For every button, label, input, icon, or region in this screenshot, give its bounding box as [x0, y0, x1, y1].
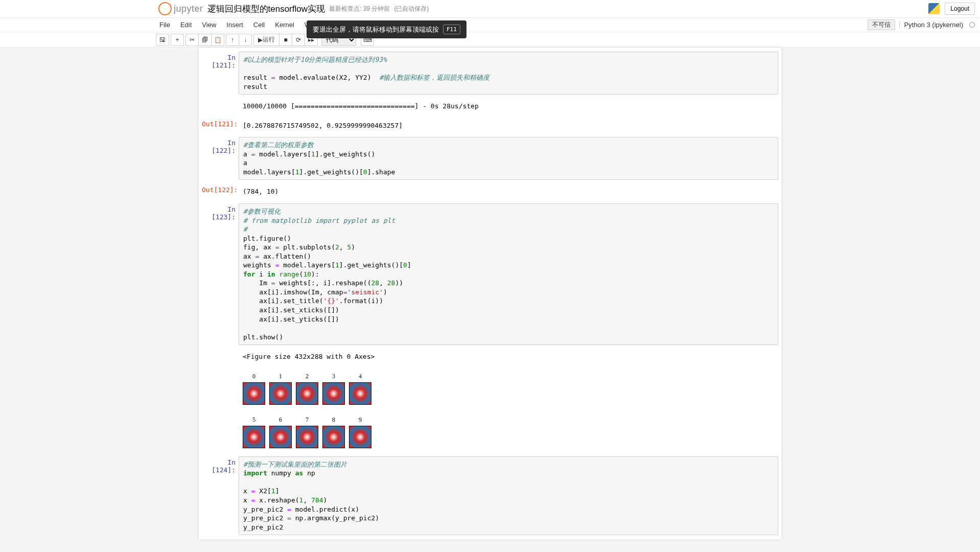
menu-cell[interactable]: Cell — [248, 20, 270, 30]
logo-text: jupyter — [174, 4, 203, 14]
plot-image — [349, 426, 371, 448]
notebook-title[interactable]: 逻辑回归模型的tensorflow实现 — [207, 3, 325, 15]
move-down-button[interactable]: ↓ — [239, 34, 252, 46]
toolbar: 🖫 + ✂ 🗐 📋 ↑ ↓ ▶ 运行 ■ ⟳ ▸▸ 代码 ⌨ — [0, 32, 980, 48]
add-cell-button[interactable]: + — [171, 34, 184, 46]
edit-group: ✂ 🗐 📋 — [185, 34, 224, 46]
copy-button[interactable]: 🗐 — [198, 34, 212, 46]
plot-item: 8 — [322, 416, 345, 448]
notebook: In [121]: #以上的模型针对于10分类问题精度已经达到93% resul… — [199, 48, 781, 539]
menubar: File Edit View Insert Cell Kernel Widget… — [0, 18, 980, 32]
menu-file[interactable]: File — [154, 20, 175, 30]
plot-item: 3 — [322, 373, 345, 405]
output-cell: Out[122]: (784, 10) — [199, 182, 781, 201]
menu-insert[interactable]: Insert — [221, 20, 248, 30]
plot-image — [349, 382, 371, 405]
plot-image — [243, 426, 265, 448]
plot-item: 7 — [296, 416, 318, 448]
code-cell[interactable]: In [123]: #参数可视化 # from matplotlib impor… — [199, 201, 781, 347]
code-cell[interactable]: In [121]: #以上的模型针对于10分类问题精度已经达到93% resul… — [199, 50, 781, 97]
run-button[interactable]: ▶ 运行 — [253, 34, 279, 46]
input-prompt: In [124]: — [202, 456, 239, 535]
cut-button[interactable]: ✂ — [185, 34, 199, 46]
cell-content: #参数可视化 # from matplotlib import pyplot a… — [239, 203, 778, 345]
empty-prompt — [202, 349, 239, 364]
kernel-name[interactable]: Python 3 (ipykernel) — [899, 21, 963, 29]
code-input[interactable]: #参数可视化 # from matplotlib import pyplot a… — [239, 203, 778, 345]
fullscreen-tooltip: 要退出全屏，请将鼠标移动到屏幕顶端或按 F11 — [307, 20, 466, 38]
plot-grid: 0 1 2 3 4 5 6 7 8 9 — [239, 369, 778, 452]
autosave-status: (已自动保存) — [394, 5, 429, 13]
input-prompt: In [122]: — [202, 137, 239, 180]
plot-item: 0 — [243, 373, 265, 405]
code-input[interactable]: #以上的模型针对于10分类问题精度已经达到93% result = model.… — [239, 52, 778, 95]
plot-item: 4 — [349, 373, 371, 405]
plot-image — [296, 382, 318, 405]
input-prompt: In [123]: — [202, 203, 239, 345]
plot-row: 0 1 2 3 4 — [243, 373, 778, 405]
plot-item: 6 — [269, 416, 292, 448]
header-right: Logout — [928, 3, 975, 15]
restart-button[interactable]: ⟳ — [292, 34, 305, 46]
save-button[interactable]: 🖫 — [156, 34, 169, 46]
checkpoint-status: 最新检查点: 39 分钟前 — [329, 5, 390, 13]
code-input[interactable]: #查看第二层的权重参数 a = model.layers[1].get_weig… — [239, 137, 778, 180]
cell-content: #查看第二层的权重参数 a = model.layers[1].get_weig… — [239, 137, 778, 180]
plot-title: 9 — [359, 416, 362, 424]
jupyter-icon — [158, 2, 172, 15]
output-prompt: Out[122]: — [202, 184, 239, 199]
plot-title: 2 — [306, 373, 309, 380]
stream-output: <Figure size 432x288 with 0 Axes> — [239, 349, 778, 364]
result-output: (784, 10) — [239, 184, 778, 199]
plot-image — [269, 382, 292, 405]
plot-item: 5 — [243, 416, 265, 448]
code-cell[interactable]: In [124]: #预测一下测试集里面的第二张图片 import numpy … — [199, 454, 781, 537]
code-cell[interactable]: In [122]: #查看第二层的权重参数 a = model.layers[1… — [199, 135, 781, 182]
run-label: 运行 — [263, 35, 275, 44]
plot-title: 8 — [332, 416, 335, 424]
menu-kernel[interactable]: Kernel — [270, 20, 299, 30]
trusted-button[interactable]: 不可信 — [868, 19, 895, 30]
plot-title: 0 — [252, 373, 255, 380]
plot-output: 0 1 2 3 4 5 6 7 8 9 — [239, 369, 778, 452]
input-prompt: In [121]: — [202, 52, 239, 95]
menu-edit[interactable]: Edit — [175, 20, 197, 30]
header: jupyter 逻辑回归模型的tensorflow实现 最新检查点: 39 分钟… — [0, 0, 980, 18]
output-cell: 0 1 2 3 4 5 6 7 8 9 — [199, 366, 781, 454]
move-up-button[interactable]: ↑ — [226, 34, 239, 46]
logout-button[interactable]: Logout — [945, 3, 975, 15]
interrupt-button[interactable]: ■ — [279, 34, 292, 46]
plot-row: 5 6 7 8 9 — [243, 416, 778, 448]
plot-title: 5 — [252, 416, 255, 424]
plot-image — [243, 382, 265, 405]
output-cell: <Figure size 432x288 with 0 Axes> — [199, 347, 781, 366]
f11-key-badge: F11 — [443, 25, 460, 34]
plot-title: 3 — [332, 373, 335, 380]
plot-image — [269, 426, 292, 448]
move-group: ↑ ↓ — [226, 34, 252, 46]
plot-title: 7 — [306, 416, 309, 424]
menu-view[interactable]: View — [197, 20, 221, 30]
python-icon — [928, 3, 940, 14]
empty-prompt — [202, 99, 239, 114]
kernel-indicator-icon — [969, 22, 975, 28]
plot-image — [296, 426, 318, 448]
paste-button[interactable]: 📋 — [211, 34, 224, 46]
plot-item: 1 — [269, 373, 292, 405]
output-prompt: Out[121]: — [202, 118, 239, 133]
empty-prompt — [202, 369, 239, 452]
result-output: [0.2678876715749502, 0.9259999990463257] — [239, 118, 778, 133]
plot-item: 2 — [296, 373, 318, 405]
plot-title: 1 — [279, 373, 282, 380]
plot-item: 9 — [349, 416, 371, 448]
plot-title: 6 — [279, 416, 282, 424]
plot-image — [322, 426, 345, 448]
plot-image — [322, 382, 345, 405]
menubar-right: 不可信 Python 3 (ipykernel) — [868, 19, 979, 30]
stream-output: 10000/10000 [===========================… — [239, 99, 778, 114]
code-input[interactable]: #预测一下测试集里面的第二张图片 import numpy as np x = … — [239, 456, 778, 535]
plot-title: 4 — [359, 373, 362, 380]
output-cell: 10000/10000 [===========================… — [199, 97, 781, 116]
output-cell: Out[121]: [0.2678876715749502, 0.9259999… — [199, 116, 781, 135]
jupyter-logo[interactable]: jupyter — [158, 2, 203, 15]
